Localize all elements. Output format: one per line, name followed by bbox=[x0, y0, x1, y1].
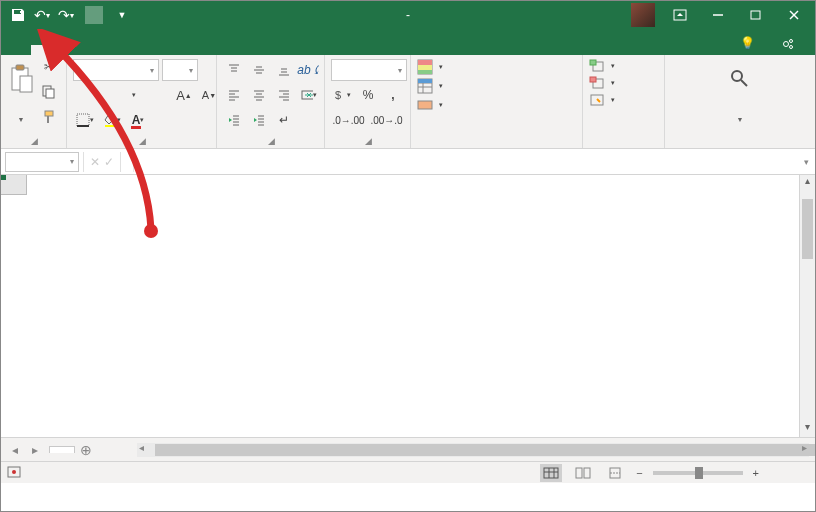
tab-data[interactable] bbox=[127, 45, 151, 55]
zoom-out-icon[interactable]: − bbox=[636, 467, 642, 479]
svg-rect-52 bbox=[418, 65, 432, 70]
cut-icon[interactable]: ✂ bbox=[38, 56, 60, 78]
number-format-combo[interactable]: ▾ bbox=[331, 59, 407, 81]
svg-rect-58 bbox=[418, 79, 432, 83]
cell-styles-button[interactable]: ▾ bbox=[417, 97, 576, 113]
undo-icon[interactable]: ↶▾ bbox=[33, 6, 51, 24]
selected-cell[interactable] bbox=[1, 175, 5, 179]
avatar[interactable] bbox=[631, 3, 655, 27]
font-color-icon[interactable]: A ▾ bbox=[127, 109, 149, 131]
tab-pagelayout[interactable] bbox=[79, 45, 103, 55]
vertical-scrollbar[interactable]: ▴ ▾ bbox=[799, 175, 815, 437]
save-icon[interactable] bbox=[9, 6, 27, 24]
paste-button[interactable]: ▼ bbox=[7, 59, 35, 125]
tab-help[interactable] bbox=[704, 45, 728, 55]
svg-rect-15 bbox=[77, 114, 89, 126]
formula-input[interactable] bbox=[133, 152, 798, 172]
decrease-decimal-icon[interactable]: .00→.0 bbox=[369, 109, 404, 131]
fill-color-icon[interactable]: ▾ bbox=[100, 109, 124, 131]
record-macro-icon[interactable] bbox=[7, 465, 23, 481]
increase-indent-icon[interactable] bbox=[248, 109, 270, 131]
svg-rect-2 bbox=[751, 11, 760, 19]
enter-formula-icon[interactable]: ✓ bbox=[104, 155, 114, 169]
new-sheet-icon[interactable]: ⊕ bbox=[75, 442, 97, 458]
merge-icon[interactable]: ▾ bbox=[298, 84, 320, 106]
align-right-icon[interactable] bbox=[273, 84, 295, 106]
tab-home[interactable] bbox=[31, 45, 55, 55]
percent-icon[interactable]: % bbox=[357, 84, 379, 106]
decrease-indent-icon[interactable] bbox=[223, 109, 245, 131]
borders-icon[interactable]: ▾ bbox=[73, 109, 97, 131]
page-layout-view-icon[interactable] bbox=[572, 464, 594, 482]
format-painter-icon[interactable] bbox=[38, 106, 60, 128]
tab-review[interactable] bbox=[151, 45, 175, 55]
scroll-down-icon[interactable]: ▾ bbox=[800, 421, 815, 437]
font-dialog-icon[interactable]: ◢ bbox=[139, 136, 146, 146]
delete-cells-button[interactable]: ▾ bbox=[589, 76, 658, 90]
clipboard-dialog-icon[interactable]: ◢ bbox=[31, 136, 38, 146]
customize-qat-icon[interactable]: ▼ bbox=[113, 6, 131, 24]
editing-button[interactable]: ▼ bbox=[715, 59, 765, 125]
svg-rect-17 bbox=[105, 125, 116, 127]
scroll-thumb[interactable] bbox=[802, 199, 813, 259]
normal-view-icon[interactable] bbox=[540, 464, 562, 482]
scroll-up-icon[interactable]: ▴ bbox=[800, 175, 815, 191]
format-as-table-button[interactable]: ▾ bbox=[417, 78, 576, 94]
font-size-combo[interactable]: ▾ bbox=[162, 59, 198, 81]
conditional-formatting-button[interactable]: ▾ bbox=[417, 59, 576, 75]
svg-rect-9 bbox=[16, 65, 24, 70]
number-dialog-icon[interactable]: ◢ bbox=[365, 136, 372, 146]
align-middle-icon[interactable] bbox=[248, 59, 270, 81]
orientation-icon[interactable]: ab⤹ bbox=[298, 59, 320, 81]
alignment-dialog-icon[interactable]: ◢ bbox=[268, 136, 275, 146]
svg-rect-73 bbox=[576, 468, 582, 478]
increase-decimal-icon[interactable]: .0→.00 bbox=[331, 109, 366, 131]
align-bottom-icon[interactable] bbox=[273, 59, 295, 81]
underline-button[interactable]: ▾ bbox=[123, 84, 145, 106]
ribbon: ▼ ✂ ◢ ▾ ▾ ▾ bbox=[1, 55, 815, 149]
tab-formulas[interactable] bbox=[103, 45, 127, 55]
accounting-icon[interactable]: $▾ bbox=[331, 84, 354, 106]
window-title: - bbox=[403, 8, 414, 22]
sheet-tab-sheet1[interactable] bbox=[49, 446, 75, 453]
group-alignment: ab⤹ ▾ ↵ ◢ bbox=[217, 55, 325, 148]
svg-rect-61 bbox=[590, 60, 596, 65]
tab-file[interactable] bbox=[7, 45, 31, 55]
comma-icon[interactable]: , bbox=[382, 84, 404, 106]
align-top-icon[interactable] bbox=[223, 59, 245, 81]
increase-font-icon[interactable]: A▲ bbox=[173, 84, 195, 106]
spreadsheet-grid[interactable]: ▴ ▾ bbox=[1, 175, 815, 437]
zoom-slider[interactable] bbox=[653, 471, 743, 475]
align-left-icon[interactable] bbox=[223, 84, 245, 106]
insert-cells-button[interactable]: ▾ bbox=[589, 59, 658, 73]
maximize-icon[interactable] bbox=[739, 1, 773, 29]
fill-handle[interactable] bbox=[1, 175, 6, 180]
bold-button[interactable] bbox=[73, 84, 95, 106]
share-button[interactable] bbox=[771, 33, 809, 55]
minimize-icon[interactable] bbox=[701, 1, 735, 29]
copy-icon[interactable] bbox=[38, 81, 60, 103]
tab-view[interactable] bbox=[175, 45, 199, 55]
close-icon[interactable] bbox=[777, 1, 811, 29]
sheet-nav-first-icon[interactable]: ◂ bbox=[5, 440, 25, 460]
redo-icon[interactable]: ↷▾ bbox=[57, 6, 75, 24]
wrap-text-icon[interactable]: ↵ bbox=[273, 109, 295, 131]
zoom-in-icon[interactable]: + bbox=[753, 467, 759, 479]
italic-button[interactable] bbox=[98, 84, 120, 106]
status-bar: − + bbox=[1, 461, 815, 483]
expand-formula-icon[interactable]: ▾ bbox=[798, 157, 815, 167]
formula-bar: ▾ ✕ ✓ ▾ bbox=[1, 149, 815, 175]
format-cells-button[interactable]: ▾ bbox=[589, 93, 658, 107]
name-box[interactable]: ▾ bbox=[5, 152, 79, 172]
tab-insert[interactable] bbox=[55, 45, 79, 55]
group-clipboard: ▼ ✂ ◢ bbox=[1, 55, 67, 148]
cancel-formula-icon[interactable]: ✕ bbox=[90, 155, 100, 169]
horizontal-scrollbar[interactable]: ◂ ▸ bbox=[137, 443, 809, 457]
hscroll-thumb[interactable] bbox=[155, 444, 816, 456]
sheet-nav-next-icon[interactable]: ▸ bbox=[25, 440, 45, 460]
page-break-view-icon[interactable] bbox=[604, 464, 626, 482]
ribbon-options-icon[interactable] bbox=[663, 1, 697, 29]
align-center-icon[interactable] bbox=[248, 84, 270, 106]
font-name-combo[interactable]: ▾ bbox=[73, 59, 159, 81]
tab-tellme[interactable]: 💡 bbox=[728, 31, 771, 55]
